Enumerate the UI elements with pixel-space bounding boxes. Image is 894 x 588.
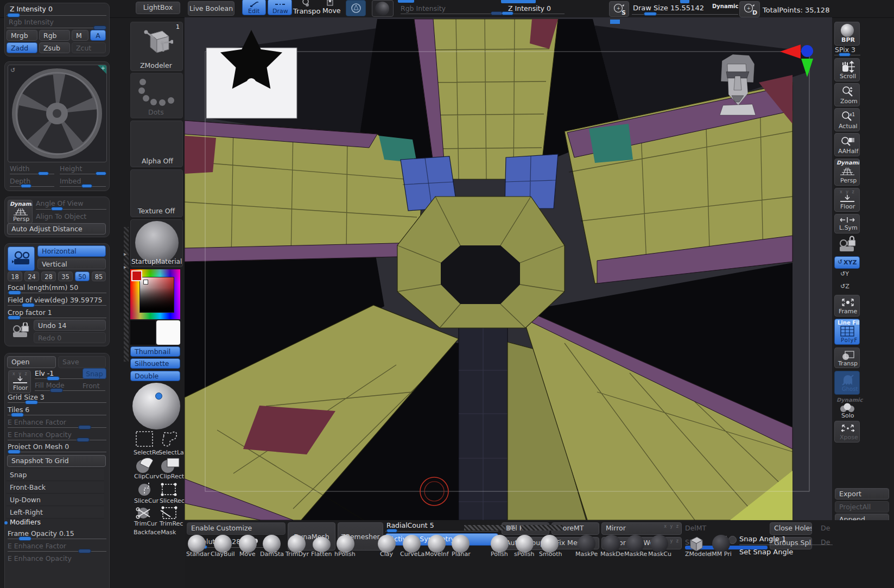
spix-handle[interactable] [839, 53, 851, 56]
thumbnail-button[interactable]: Thumbnail [130, 346, 180, 357]
undo-button[interactable]: Undo 14 [34, 320, 106, 331]
cutoff-blue-button-1[interactable] [398, 0, 414, 3]
front-back-row[interactable]: Front-Back [7, 482, 104, 494]
stroke-dots-button[interactable]: Dots [130, 73, 183, 118]
solo-icon[interactable] [839, 403, 856, 413]
z-intensity-panel-handle[interactable] [7, 13, 20, 17]
draw-size-d-button[interactable]: + D [739, 1, 760, 17]
black-swatch[interactable] [130, 320, 155, 345]
sat-val-square[interactable] [140, 277, 174, 313]
rotate-xyz-button[interactable]: ↺ XYZ [834, 256, 860, 269]
texture-off-button[interactable]: Texture Off [130, 169, 183, 217]
viewport-canvas[interactable] [185, 17, 832, 520]
grid-size-handle[interactable] [25, 400, 38, 404]
a-button[interactable]: A [90, 30, 106, 41]
zoom-button[interactable]: Zoom [834, 83, 860, 106]
mrgb-circle-button[interactable] [346, 0, 366, 16]
set-snap-angle-button[interactable]: Set Snap Angle [739, 548, 793, 556]
horizontal-button[interactable]: Horizontal [37, 245, 106, 257]
project-all-button[interactable]: ProjectAll [835, 501, 889, 513]
lsym-button[interactable]: L.Sym [834, 214, 860, 233]
crop-factor-handle[interactable] [8, 315, 21, 320]
zadd-button[interactable]: Zadd [7, 42, 37, 53]
silhouette-button[interactable]: Silhouette [130, 358, 180, 369]
floor-button[interactable]: x y z Floor [8, 370, 31, 393]
vertical-button[interactable]: Vertical [37, 258, 106, 269]
imbed-handle[interactable] [81, 184, 92, 188]
preview-rotate-icon[interactable]: ↺ [10, 67, 15, 74]
mrgb-button[interactable]: Mrgb [7, 30, 37, 41]
auto-adjust-distance-button[interactable]: Auto Adjust Distance [7, 223, 106, 235]
live-boolean-button[interactable]: Live Boolean [188, 1, 234, 16]
lightbox-button[interactable]: LightBox [136, 2, 180, 14]
edit-button[interactable]: Edit [242, 0, 266, 15]
rgb-intensity-slider[interactable] [401, 10, 504, 16]
align-to-object-label[interactable]: Align To Object [36, 212, 86, 220]
snap-row[interactable]: Snap [7, 469, 104, 481]
fill-mode-handle[interactable] [50, 388, 63, 393]
z-intensity-slider[interactable] [500, 10, 566, 16]
rgb-button[interactable]: Rgb [39, 30, 70, 41]
alpha-off-button[interactable]: Alpha Off [130, 121, 183, 167]
preset-18-button[interactable]: 18 [8, 271, 22, 281]
current-color-swatch[interactable] [131, 270, 142, 281]
camera-lock-icon[interactable] [11, 323, 31, 342]
zsub-button[interactable]: Zsub [39, 42, 70, 53]
move-label[interactable]: Move [322, 7, 341, 15]
trim-rect-icon[interactable] [160, 506, 179, 520]
white-swatch[interactable] [156, 320, 180, 345]
frame-button[interactable]: Frame [834, 295, 860, 317]
select-rect-icon[interactable] [135, 431, 154, 448]
z-intensity-handle[interactable] [502, 11, 513, 15]
preset-35-button[interactable]: 35 [58, 271, 73, 281]
brush-flatten-icon[interactable] [313, 537, 331, 552]
cutoff-blue-handle[interactable] [680, 0, 689, 3]
elv-handle[interactable] [47, 376, 60, 381]
open-button[interactable]: Open [7, 356, 56, 368]
m-button[interactable]: M [72, 30, 88, 41]
tiles-handle[interactable] [11, 413, 24, 417]
fov-handle[interactable] [22, 303, 35, 307]
light-placement-sphere[interactable] [132, 383, 180, 429]
eeo-handle[interactable] [77, 438, 90, 442]
preset-50-button[interactable]: 50 [75, 271, 90, 281]
persp-button[interactable]: Dynamic Persp [834, 159, 860, 186]
double-button[interactable]: Double [130, 371, 180, 381]
snap-button[interactable]: Snap [83, 368, 106, 379]
zcut-button[interactable]: Zcut [72, 42, 106, 53]
focal-length-handle[interactable] [8, 290, 21, 295]
radial-count-handle[interactable] [386, 529, 397, 533]
modifiers-label[interactable]: Modifiers [10, 518, 41, 526]
color-picker[interactable] [130, 269, 180, 319]
angle-of-view-handle[interactable] [51, 207, 63, 211]
eef2-handle[interactable] [78, 549, 91, 553]
transpose-gyro-icon[interactable] [300, 0, 312, 7]
trim-curve-icon[interactable] [136, 506, 155, 520]
material-sphere-button[interactable] [372, 0, 394, 17]
viewport[interactable] [185, 17, 832, 520]
up-down-row[interactable]: Up-Down [7, 494, 104, 506]
enable-customize-button[interactable]: Enable Customize [187, 522, 286, 535]
transpose-label[interactable]: Transpo [293, 7, 321, 15]
redo-button[interactable]: Redo 0 [34, 332, 106, 343]
preset-24-button[interactable]: 24 [24, 271, 39, 281]
close-holes-button[interactable]: Close Holes [770, 522, 812, 535]
draw-size-s-button[interactable]: + S [609, 1, 629, 17]
actual-button[interactable]: x1 Actual [834, 108, 860, 131]
bottom-divider-stripe-right[interactable] [522, 525, 563, 530]
dynamic-persp-button[interactable]: Dynamic Persp [8, 200, 33, 224]
tray-divider-arrow-2[interactable]: ▸ [124, 264, 126, 270]
frame-opacity-handle[interactable] [18, 536, 31, 541]
snapshot-to-grid-button[interactable]: Snapshot To Grid [7, 455, 106, 467]
preset-28-button[interactable]: 28 [41, 271, 56, 281]
rotate-y-button[interactable]: ↺Y [840, 270, 854, 280]
eef-handle[interactable] [78, 425, 91, 429]
preset-85-button[interactable]: 85 [92, 271, 106, 281]
camera-lock-right-icon[interactable] [838, 236, 858, 255]
bpr-button[interactable]: BPR [834, 22, 860, 46]
camera-button[interactable] [8, 246, 35, 271]
front-label[interactable]: Front [83, 382, 100, 390]
de-truncated-1[interactable]: De [821, 524, 830, 532]
zmodeler-tool-button[interactable]: 1 ZModeler [130, 22, 183, 71]
backface-mask-label[interactable]: BackfaceMask [134, 529, 176, 536]
